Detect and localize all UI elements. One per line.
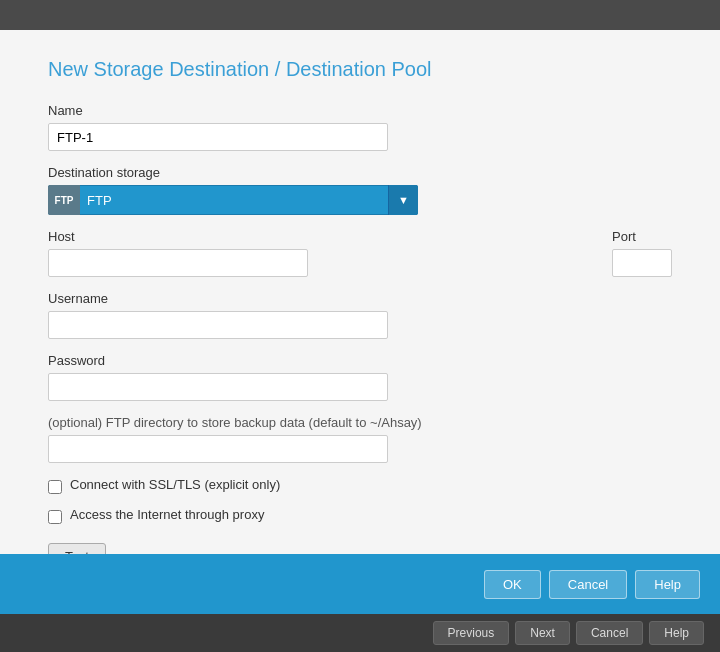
destination-storage-wrapper: FTP FTP	[48, 185, 418, 215]
cancel-button[interactable]: Cancel	[549, 570, 627, 599]
directory-group: (optional) FTP directory to store backup…	[48, 415, 672, 463]
name-label: Name	[48, 103, 672, 118]
password-label: Password	[48, 353, 672, 368]
proxy-checkbox[interactable]	[48, 510, 62, 524]
top-bar	[0, 0, 720, 30]
name-input[interactable]	[48, 123, 388, 151]
proxy-label[interactable]: Access the Internet through proxy	[70, 507, 264, 522]
ssl-checkbox-group: Connect with SSL/TLS (explicit only)	[48, 477, 672, 497]
username-group: Username	[48, 291, 672, 339]
help-button[interactable]: Help	[635, 570, 700, 599]
page-title: New Storage Destination / Destination Po…	[48, 58, 672, 81]
destination-storage-select[interactable]: FTP	[48, 185, 418, 215]
directory-label: (optional) FTP directory to store backup…	[48, 415, 672, 430]
ssl-label[interactable]: Connect with SSL/TLS (explicit only)	[70, 477, 280, 492]
name-group: Name	[48, 103, 672, 151]
ssl-checkbox[interactable]	[48, 480, 62, 494]
host-group: Host	[48, 229, 582, 277]
main-content: New Storage Destination / Destination Po…	[0, 30, 720, 554]
username-input[interactable]	[48, 311, 388, 339]
test-button[interactable]: Test	[48, 543, 106, 554]
next-button[interactable]: Next	[515, 621, 570, 645]
nav-cancel-button[interactable]: Cancel	[576, 621, 643, 645]
port-label: Port	[612, 229, 672, 244]
host-port-group: Host Port	[48, 229, 672, 277]
port-group: Port	[612, 229, 672, 277]
destination-storage-group: Destination storage FTP FTP	[48, 165, 672, 215]
username-label: Username	[48, 291, 672, 306]
port-input[interactable]	[612, 249, 672, 277]
password-group: Password	[48, 353, 672, 401]
host-input[interactable]	[48, 249, 308, 277]
host-label: Host	[48, 229, 582, 244]
destination-storage-label: Destination storage	[48, 165, 672, 180]
bottom-action-bar: OK Cancel Help	[0, 554, 720, 614]
password-input[interactable]	[48, 373, 388, 401]
proxy-checkbox-group: Access the Internet through proxy	[48, 507, 672, 527]
previous-button[interactable]: Previous	[433, 621, 510, 645]
bottom-nav-bar: Previous Next Cancel Help	[0, 614, 720, 652]
nav-help-button[interactable]: Help	[649, 621, 704, 645]
directory-input[interactable]	[48, 435, 388, 463]
ok-button[interactable]: OK	[484, 570, 541, 599]
